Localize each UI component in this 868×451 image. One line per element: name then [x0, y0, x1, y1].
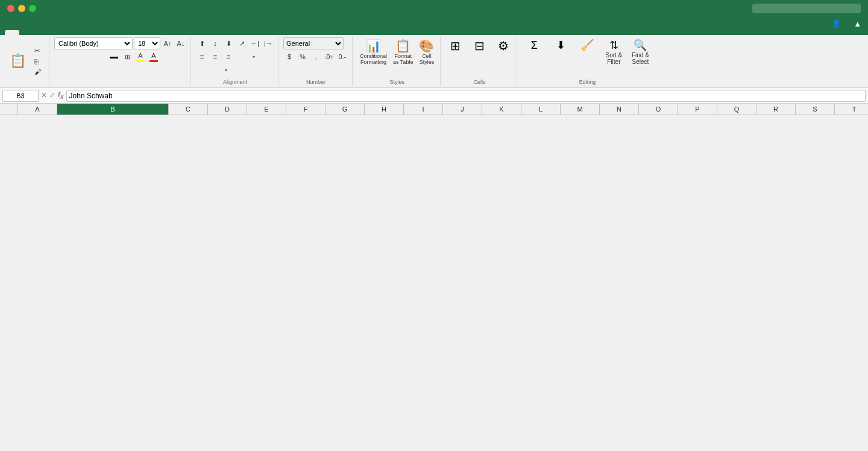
minimize-button[interactable] — [18, 5, 25, 12]
fill-btn[interactable]: ⬇ — [549, 37, 573, 65]
decrease-font-btn[interactable]: A↓ — [175, 37, 187, 49]
fill-color-button[interactable]: A — [134, 51, 146, 63]
col-header-F[interactable]: F — [286, 104, 326, 115]
align-left-btn[interactable]: ≡ — [196, 51, 208, 63]
share-icon: 👤 — [832, 19, 841, 28]
col-header-A[interactable]: A — [18, 104, 57, 115]
col-header-G[interactable]: G — [326, 104, 365, 115]
undo-quick-btn[interactable] — [17, 23, 20, 24]
col-header-Q[interactable]: Q — [717, 104, 756, 115]
share-button[interactable]: 👤 — [826, 17, 849, 30]
col-header-P[interactable]: P — [678, 104, 717, 115]
tab-insert[interactable] — [19, 30, 34, 35]
cell-reference-input[interactable] — [2, 90, 39, 102]
redo-quick-btn[interactable] — [23, 23, 27, 24]
comma-btn[interactable]: , — [310, 51, 322, 63]
align-center-btn[interactable]: ≡ — [209, 51, 221, 63]
col-header-H[interactable]: H — [365, 104, 404, 115]
sort-filter-btn[interactable]: ⇅ Sort &Filter — [602, 37, 626, 65]
conditional-formatting-icon: 📊 — [366, 40, 381, 52]
paste-button[interactable]: 📋 — [6, 45, 30, 78]
accounting-btn[interactable]: $ — [283, 51, 295, 63]
align-bottom-btn[interactable]: ⬇ — [222, 37, 234, 49]
wrap-text-btn[interactable]: ▾ — [236, 51, 272, 63]
tab-draw[interactable] — [34, 30, 48, 35]
tab-formulas[interactable] — [63, 30, 77, 35]
conditional-formatting-btn[interactable]: 📊 ConditionalFormatting — [357, 37, 389, 65]
col-header-R[interactable]: R — [756, 104, 796, 115]
font-row2: ⊞ A A — [81, 51, 160, 63]
underline-bar — [110, 57, 118, 58]
indent-increase-btn[interactable]: |→ — [262, 37, 274, 49]
clipboard-main: 📋 ✂ ⎘ 🖌 — [6, 37, 45, 85]
fill-color-bar — [136, 60, 145, 62]
tab-developer[interactable] — [121, 30, 135, 35]
save-quick-btn[interactable] — [11, 23, 14, 24]
find-select-btn[interactable]: 🔍 Find &Select — [628, 37, 652, 65]
collapse-ribbon-btn[interactable]: ▲ — [852, 19, 863, 29]
col-header-C[interactable]: C — [169, 104, 208, 115]
cell-styles-btn[interactable]: 🎨 CellStyles — [417, 37, 436, 65]
col-header-I[interactable]: I — [404, 104, 443, 115]
formula-function-icon[interactable]: fx — [58, 90, 64, 100]
tab-page-layout[interactable] — [48, 30, 63, 35]
autosum-btn[interactable]: Σ — [522, 37, 546, 65]
format-painter-button[interactable]: 🖌 — [32, 67, 45, 77]
formula-input[interactable] — [66, 90, 866, 102]
maximize-button[interactable] — [29, 5, 36, 12]
tab-home[interactable] — [5, 30, 19, 35]
tab-data[interactable] — [77, 30, 92, 35]
home-quick-btn[interactable] — [5, 23, 8, 24]
col-header-L[interactable]: L — [521, 104, 561, 115]
bold-button[interactable] — [81, 51, 93, 63]
format-painter-icon: 🖌 — [34, 68, 41, 75]
font-size-select[interactable]: 18 — [134, 37, 160, 49]
search-sheet-input[interactable] — [752, 4, 861, 13]
format-as-table-label: Formatas Table — [393, 53, 413, 65]
border-button[interactable]: ⊞ — [121, 51, 133, 63]
col-header-J[interactable]: J — [443, 104, 482, 115]
col-header-S[interactable]: S — [796, 104, 835, 115]
close-button[interactable] — [7, 5, 14, 12]
conditional-formatting-label: ConditionalFormatting — [360, 53, 387, 65]
col-header-T[interactable]: T — [835, 104, 868, 115]
increase-font-btn[interactable]: A↑ — [162, 37, 174, 49]
font-color-button[interactable]: A — [148, 51, 160, 63]
align-row3: ▾ — [196, 64, 274, 76]
percent-btn[interactable]: % — [297, 51, 309, 63]
col-header-O[interactable]: O — [639, 104, 678, 115]
formula-cancel-icon[interactable]: ✕ — [41, 91, 47, 99]
align-middle-btn[interactable]: ↕ — [209, 37, 221, 49]
format-cells-btn[interactable]: ⚙ — [494, 37, 513, 53]
font-name-select[interactable]: Calibri (Body) — [54, 37, 133, 49]
more-quick-btn[interactable] — [29, 23, 33, 24]
number-format-select[interactable]: General — [283, 37, 344, 49]
tab-review[interactable] — [92, 30, 106, 35]
increase-decimal-btn[interactable]: .0+ — [323, 51, 335, 63]
merge-center-btn[interactable]: ▾ — [196, 64, 256, 76]
col-header-D[interactable]: D — [208, 104, 247, 115]
col-header-M[interactable]: M — [561, 104, 600, 115]
ribbon-group-editing: Σ ⬇ 🧹 ⇅ Sort &Filter 🔍 Find &Select Edit… — [518, 36, 656, 86]
align-right-btn[interactable]: ≡ — [222, 51, 234, 63]
font-row1: Calibri (Body) 18 A↑ A↓ — [54, 37, 187, 49]
insert-cells-btn[interactable]: ⊞ — [445, 37, 465, 53]
clear-btn[interactable]: 🧹 — [575, 37, 599, 65]
cut-button[interactable]: ✂ — [32, 46, 45, 56]
format-as-table-btn[interactable]: 📋 Formatas Table — [391, 37, 415, 65]
tab-view[interactable] — [106, 30, 121, 35]
col-header-B[interactable]: B — [57, 104, 169, 115]
italic-button[interactable] — [95, 51, 107, 63]
col-header-N[interactable]: N — [600, 104, 639, 115]
align-top-btn[interactable]: ⬆ — [196, 37, 208, 49]
col-header-E[interactable]: E — [247, 104, 286, 115]
fill-icon: ⬇ — [556, 40, 565, 51]
col-header-K[interactable]: K — [482, 104, 521, 115]
underline-button[interactable] — [108, 51, 120, 63]
indent-decrease-btn[interactable]: ←| — [249, 37, 261, 49]
copy-button[interactable]: ⎘ — [32, 57, 45, 66]
delete-cells-btn[interactable]: ⊟ — [470, 37, 489, 53]
formula-confirm-icon[interactable]: ✓ — [49, 91, 55, 99]
decrease-decimal-btn[interactable]: 0.- — [336, 51, 348, 63]
text-direction-btn[interactable]: ↗ — [236, 37, 248, 49]
